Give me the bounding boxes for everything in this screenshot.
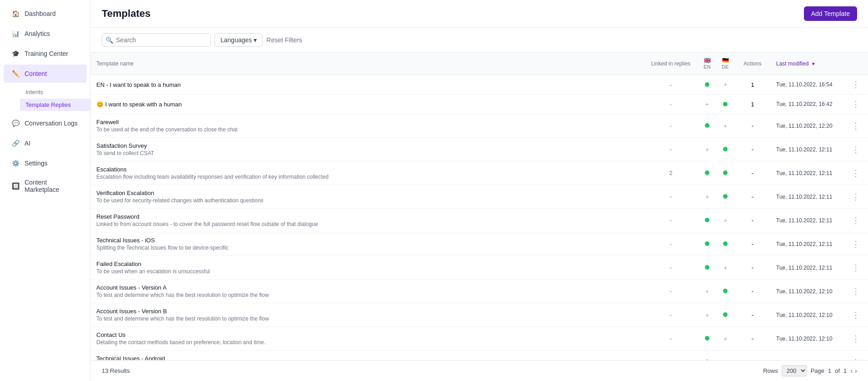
more-options-button[interactable]: ⋮ [849, 357, 863, 361]
actions-count: - [734, 161, 771, 185]
content-marketplace-icon: 🔲 [11, 181, 20, 190]
template-name[interactable]: Account Issues - Version A [96, 284, 638, 291]
template-name[interactable]: Reset Password [96, 213, 638, 220]
table-row: Reset PasswordLinked to from account iss… [91, 209, 868, 232]
table-row: Technical Issues - iOSSplitting the Tech… [91, 232, 868, 256]
add-language-icon[interactable]: + [705, 311, 709, 319]
linked-replies-count: - [644, 351, 698, 361]
add-template-button[interactable]: Add Template [804, 6, 857, 21]
results-count: 13 Results [102, 367, 130, 374]
add-language-icon[interactable]: + [723, 122, 727, 130]
languages-button[interactable]: Languages ▾ [215, 33, 263, 47]
actions-count: - [734, 114, 771, 138]
reset-filters-button[interactable]: Reset Filters [266, 36, 302, 44]
sidebar-item-content-marketplace[interactable]: 🔲 Content Marketplace [4, 174, 87, 198]
table-row: Satisfaction SurveyTo send to collect CS… [91, 138, 868, 161]
add-language-icon[interactable]: + [723, 264, 727, 271]
more-options-button[interactable]: ⋮ [849, 286, 863, 297]
sidebar-item-training-center[interactable]: 🎓 Training Center [4, 45, 87, 63]
last-modified-date: Tue, 11.10.2022, 12:10 [771, 303, 843, 327]
add-language-icon[interactable]: + [723, 81, 727, 88]
actions-count: - [734, 256, 771, 280]
status-dot [705, 265, 709, 270]
table-row: FarewellTo be used at the end of the con… [91, 114, 868, 138]
table-row: Verification EscalationTo be used for se… [91, 185, 868, 209]
status-dot [723, 194, 728, 199]
status-dot [723, 147, 728, 151]
add-language-icon[interactable]: + [705, 100, 709, 108]
template-name[interactable]: Escalations [96, 166, 638, 173]
more-options-button[interactable]: ⋮ [849, 99, 863, 110]
status-dot [705, 82, 709, 87]
rows-per-page-select[interactable]: 200 [782, 365, 807, 376]
rows-label: Rows [763, 367, 778, 374]
linked-replies-count: - [644, 280, 698, 303]
template-name[interactable]: Technical Issues - Android [96, 355, 638, 360]
template-name[interactable]: Verification Escalation [96, 190, 638, 196]
add-language-icon[interactable]: + [705, 193, 709, 201]
more-options-button[interactable]: ⋮ [849, 120, 863, 131]
actions-count: - [734, 327, 771, 351]
linked-replies-count: - [644, 114, 698, 138]
sidebar-item-analytics[interactable]: 📊 Analytics [4, 25, 87, 43]
more-options-button[interactable]: ⋮ [849, 215, 863, 226]
main-content: Templates Add Template 🔍 Languages ▾ Res… [91, 0, 868, 381]
sidebar-sub-intents[interactable]: Intents [20, 86, 90, 98]
col-header-last-modified[interactable]: Last modified ▼ [771, 53, 843, 75]
template-description: Detailing the contact methods based on p… [96, 339, 638, 346]
template-name[interactable]: Satisfaction Survey [96, 142, 638, 149]
col-header-de: 🇩🇪 DE [716, 53, 734, 75]
template-name[interactable]: 😊 I want to speak with a human [96, 101, 638, 108]
col-header-linked: Linked in replies [644, 53, 698, 75]
actions-count: - [734, 185, 771, 209]
add-language-icon[interactable]: + [723, 217, 727, 224]
prev-page-button[interactable]: ‹ [850, 367, 853, 375]
page-of: of [835, 367, 840, 374]
add-language-icon[interactable]: + [723, 335, 727, 342]
more-options-button[interactable]: ⋮ [849, 333, 863, 344]
template-name[interactable]: Contact Us [96, 331, 638, 338]
template-name[interactable]: Farewell [96, 119, 638, 125]
sidebar-item-label: AI [25, 140, 30, 147]
template-name[interactable]: Technical Issues - iOS [96, 237, 638, 244]
template-description: To test and determine which has the best… [96, 316, 638, 322]
sidebar-item-dashboard[interactable]: 🏠 Dashboard [4, 5, 87, 23]
add-language-icon[interactable]: + [705, 288, 709, 295]
sidebar-item-ai[interactable]: 🔗 AI [4, 134, 87, 152]
sidebar-item-settings[interactable]: ⚙️ Settings [4, 154, 87, 172]
template-name[interactable]: EN - I want to speak to a human [96, 81, 638, 88]
more-options-button[interactable]: ⋮ [849, 168, 863, 179]
more-options-button[interactable]: ⋮ [849, 310, 863, 321]
more-options-button[interactable]: ⋮ [849, 144, 863, 155]
settings-icon: ⚙️ [11, 159, 20, 168]
status-dot [723, 102, 728, 106]
chevron-down-icon: ▾ [254, 36, 257, 44]
more-options-button[interactable]: ⋮ [849, 239, 863, 250]
status-dot [723, 289, 728, 293]
more-options-button[interactable]: ⋮ [849, 191, 863, 202]
sidebar-sub-template-replies[interactable]: Template Replies [20, 99, 90, 111]
conversation-logs-icon: 💬 [11, 119, 20, 128]
sidebar-item-content[interactable]: ✏️ Content [4, 65, 87, 83]
status-dot [705, 336, 709, 341]
en-label: EN [703, 64, 710, 70]
more-options-button[interactable]: ⋮ [849, 79, 863, 90]
analytics-icon: 📊 [11, 29, 20, 38]
next-page-button[interactable]: › [855, 367, 857, 375]
more-options-button[interactable]: ⋮ [849, 262, 863, 273]
sidebar-item-conversation-logs[interactable]: 💬 Conversation Logs [4, 114, 87, 132]
sidebar-item-label: Dashboard [25, 10, 56, 17]
last-modified-date: Tue, 11.10.2022, 12:11 [771, 232, 843, 256]
sidebar-item-label: Analytics [25, 30, 50, 37]
search-input[interactable] [102, 33, 211, 47]
add-language-icon[interactable]: + [705, 146, 709, 153]
de-flag: 🇩🇪 [722, 57, 729, 64]
sidebar-sub-menu: Intents Template Replies [0, 84, 90, 113]
actions-count: - [734, 351, 771, 361]
last-modified-date: Tue, 11.10.2022, 12:11 [771, 209, 843, 232]
template-description: To test and determine which has the best… [96, 292, 638, 298]
sort-icon: ▼ [811, 61, 816, 66]
template-name[interactable]: Account Issues - Version B [96, 308, 638, 315]
template-name[interactable]: Failed Escalation [96, 261, 638, 267]
page-header: Templates Add Template [91, 0, 868, 28]
